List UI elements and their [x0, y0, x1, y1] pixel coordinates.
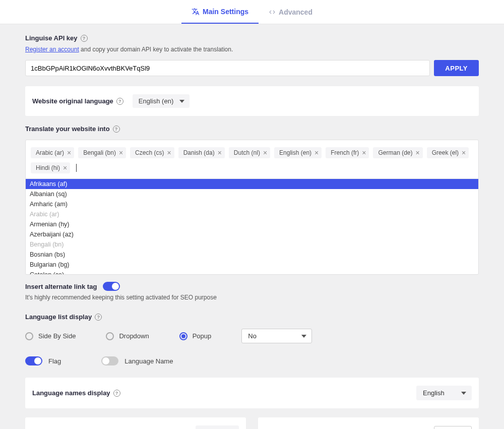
apply-button[interactable]: APPLY — [434, 60, 479, 76]
remove-chip-icon[interactable]: × — [263, 149, 267, 156]
tab-main-settings[interactable]: Main Settings — [181, 0, 259, 24]
api-key-input[interactable] — [25, 60, 430, 76]
tabs-bar: Main Settings Advanced — [0, 0, 504, 24]
language-chip: Dutch (nl)× — [229, 147, 270, 158]
flag-size-panel: Flag size (px) ? — [258, 417, 479, 429]
radio-dropdown[interactable]: Dropdown — [106, 332, 149, 340]
tab-advanced-label: Advanced — [279, 8, 312, 16]
flag-style-panel: Flag style ? Round — [25, 417, 246, 429]
dropdown-option: Arabic (ar) — [26, 209, 478, 219]
dropdown-option[interactable]: Amharic (am) — [26, 199, 478, 209]
radio-popup[interactable]: Popup — [179, 332, 212, 340]
translate-into-label: Translate your website into — [25, 125, 110, 133]
names-display-panel: Language names display ? English — [25, 378, 479, 408]
tab-advanced[interactable]: Advanced — [259, 0, 323, 24]
language-chip: Greek (el)× — [427, 147, 469, 158]
language-chip: German (de)× — [373, 147, 422, 158]
help-icon[interactable]: ? — [81, 35, 88, 42]
names-display-select[interactable]: English — [416, 386, 472, 400]
dropdown-option[interactable]: Albanian (sq) — [26, 189, 478, 199]
remove-chip-icon[interactable]: × — [218, 149, 222, 156]
flag-label: Flag — [48, 357, 61, 365]
dropdown-option[interactable]: Afrikaans (af) — [26, 179, 478, 189]
remove-chip-icon[interactable]: × — [314, 149, 319, 156]
radio-side-by-side[interactable]: Side By Side — [25, 332, 76, 340]
api-key-label: Linguise API key ? — [25, 34, 88, 42]
flag-style-select[interactable]: Round — [196, 425, 239, 429]
help-icon[interactable]: ? — [95, 314, 102, 321]
dropdown-option: Bengali (bn) — [26, 239, 478, 250]
language-dropdown[interactable]: Afrikaans (af)Albanian (sq)Amharic (am)A… — [26, 178, 478, 274]
tab-main-label: Main Settings — [203, 8, 248, 16]
original-language-select[interactable]: English (en) — [133, 94, 190, 108]
popup-option-select[interactable]: No — [241, 329, 312, 343]
language-multiselect[interactable]: Arabic (ar)×Bengali (bn)×Czech (cs)×Dani… — [25, 140, 479, 275]
language-chip: Hindi (hi)× — [31, 162, 70, 173]
language-chip: Danish (da)× — [178, 147, 225, 158]
flag-toggle[interactable] — [25, 356, 42, 365]
language-chip: Arabic (ar)× — [31, 147, 74, 158]
register-link[interactable]: Register an account — [25, 46, 79, 53]
original-language-panel: Website original language ? English (en) — [25, 86, 479, 116]
remove-chip-icon[interactable]: × — [167, 149, 171, 156]
code-icon — [269, 9, 276, 16]
help-icon[interactable]: ? — [113, 126, 120, 133]
remove-chip-icon[interactable]: × — [416, 149, 420, 156]
language-chip: English (en)× — [274, 147, 322, 158]
language-chip: Bengali (bn)× — [78, 147, 126, 158]
remove-chip-icon[interactable]: × — [462, 149, 466, 156]
flag-size-input[interactable] — [434, 426, 472, 429]
names-display-label: Language names display — [32, 389, 110, 397]
api-help-text: Register an account and copy your domain… — [25, 46, 479, 53]
translate-icon — [192, 8, 200, 16]
help-icon[interactable]: ? — [116, 98, 123, 105]
language-chip: Czech (cs)× — [130, 147, 174, 158]
original-language-label: Website original language — [32, 97, 113, 105]
selected-chips: Arabic (ar)×Bengali (bn)×Czech (cs)×Dani… — [26, 140, 478, 178]
language-chip: French (fr)× — [326, 147, 369, 158]
dropdown-option[interactable]: Bulgarian (bg) — [26, 260, 478, 270]
remove-chip-icon[interactable]: × — [119, 149, 123, 156]
display-label: Language list display — [25, 313, 92, 321]
language-name-label: Language Name — [124, 357, 173, 365]
alternate-link-label: Insert alternate link tag — [25, 283, 97, 290]
help-icon[interactable]: ? — [113, 390, 120, 397]
remove-chip-icon[interactable]: × — [67, 149, 71, 156]
remove-chip-icon[interactable]: × — [362, 149, 366, 156]
dropdown-option[interactable]: Armenian (hy) — [26, 219, 478, 229]
dropdown-option[interactable]: Azerbaijani (az) — [26, 229, 478, 239]
dropdown-option[interactable]: Catalan (ca) — [26, 270, 478, 274]
text-cursor — [76, 164, 77, 172]
alternate-note: It's highly recommended keeping this set… — [25, 294, 479, 301]
remove-chip-icon[interactable]: × — [63, 164, 67, 171]
alternate-link-toggle[interactable] — [103, 282, 120, 291]
dropdown-option[interactable]: Bosnian (bs) — [26, 250, 478, 260]
language-name-toggle[interactable] — [101, 356, 118, 365]
